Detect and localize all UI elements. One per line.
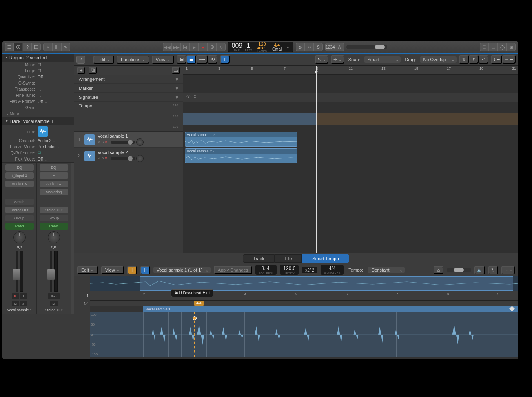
finetune-field[interactable] xyxy=(35,93,70,98)
eq-button[interactable]: EQ xyxy=(40,164,68,171)
view-menu[interactable]: View ⌄ xyxy=(152,56,175,64)
catch-button[interactable]: ↗ xyxy=(76,56,85,64)
quickhelp-button[interactable]: ? xyxy=(23,43,32,51)
track-pan-knob[interactable] xyxy=(136,155,144,162)
record-button[interactable]: ● xyxy=(199,43,208,51)
signature-badge[interactable]: 4/4 xyxy=(194,301,204,306)
play-button[interactable]: ▶ xyxy=(190,43,199,51)
tempo-track-header[interactable]: Tempo140120100 xyxy=(74,102,183,131)
tempo-region[interactable] xyxy=(183,113,316,125)
tab-file[interactable]: File xyxy=(275,254,302,263)
audiofx-slot[interactable]: Audio FX xyxy=(40,181,68,187)
transpose-field[interactable] xyxy=(35,87,70,91)
tab-track[interactable]: Track xyxy=(243,254,274,263)
smart-tempo-ruler[interactable]: 2 3 4 5 6 7 8 9 xyxy=(90,291,518,301)
scale-buttons[interactable]: x2/ 2 xyxy=(302,267,317,273)
loop-view-button[interactable]: ⟲ xyxy=(208,55,217,64)
mute-checkbox[interactable]: ☐ xyxy=(35,62,70,67)
stop-button[interactable]: |◀ xyxy=(181,43,190,51)
marker-track-header[interactable]: Marker⊕ xyxy=(74,84,183,93)
global-tracks-button[interactable]: ▭ xyxy=(172,67,180,74)
flexmode-select[interactable]: Off xyxy=(35,157,70,161)
audiofx-slot[interactable]: Audio FX xyxy=(5,181,34,187)
track-inspector-header[interactable]: ▸Track: Vocal sample 1 xyxy=(2,117,74,125)
capture-button[interactable] xyxy=(208,43,217,51)
lcd-display[interactable]: 009BAR 1BEAT 120ADAPTTEMPO 4/4Cmaj ⌄ xyxy=(228,42,294,52)
audio-region-2[interactable]: Vocal sample 2 xyxy=(185,148,297,163)
input-slot[interactable]: ◯ Input 1 xyxy=(5,172,34,179)
tempo-mode-select[interactable]: Constant xyxy=(368,267,405,273)
flexfollow-select[interactable]: Off xyxy=(35,99,70,104)
automation-button[interactable]: Read xyxy=(5,223,34,230)
drag-select[interactable]: No Overlap xyxy=(420,56,457,63)
volume-fader[interactable] xyxy=(16,251,18,292)
smart-tempo-button[interactable]: ♩* xyxy=(220,55,230,64)
library-button[interactable] xyxy=(5,43,14,51)
add-marker-button[interactable]: ⊕ xyxy=(175,85,178,91)
st-cycle-button[interactable]: ↻ xyxy=(488,266,498,274)
track-header-2[interactable]: 2 Vocal sample 2 MSRI xyxy=(74,148,183,164)
output-slot[interactable]: Stereo Out xyxy=(5,207,34,213)
solo-button[interactable]: S xyxy=(314,43,323,51)
list-editors-button[interactable] xyxy=(480,43,489,51)
st-view-menu[interactable]: View ⌄ xyxy=(101,266,124,274)
pan-knob[interactable] xyxy=(48,231,60,243)
st-hzoom-slider[interactable]: ↔ ━ xyxy=(501,266,515,274)
track-header-1[interactable]: 1 Vocal sample 1 MSRI xyxy=(74,132,183,148)
tempo-region-2[interactable] xyxy=(316,113,518,125)
loop-browser-button[interactable]: ◯ xyxy=(498,43,507,51)
freeze-select[interactable]: Pre Fader xyxy=(35,145,70,149)
waveform-zoom-button[interactable]: ⇅ xyxy=(459,55,469,64)
hzoom-slider[interactable]: ↔ ━ xyxy=(502,55,516,64)
add-signature-button[interactable]: ⊕ xyxy=(175,94,178,100)
group-slot[interactable]: Group xyxy=(40,215,68,221)
toolbar-button[interactable] xyxy=(32,43,41,51)
rewind-button[interactable]: ◀◀ xyxy=(163,43,172,51)
metronome-button[interactable] xyxy=(335,43,344,51)
region-select[interactable]: Vocal sample 1 (1 of 1) xyxy=(153,267,211,273)
duplicate-track-button[interactable]: ⧉ xyxy=(89,67,97,74)
more-disclosure[interactable]: ▸ More xyxy=(2,111,74,117)
output-slot[interactable]: Stereo Out xyxy=(40,207,68,213)
audio-region-1[interactable]: Vocal sample 1 xyxy=(185,132,297,147)
track-pan-knob[interactable] xyxy=(136,138,144,146)
sends-slot[interactable]: Sends xyxy=(5,198,34,205)
cycle-button[interactable]: ↻ xyxy=(217,43,226,51)
arrangement-track-header[interactable]: Arrangement⊕ xyxy=(74,75,183,84)
region-end-marker[interactable] xyxy=(509,306,515,312)
track-volume-slider[interactable] xyxy=(111,157,135,160)
st-speaker-button[interactable]: 🔈 xyxy=(474,266,485,274)
track-volume-slider[interactable] xyxy=(111,141,135,144)
bar-ruler[interactable]: 1 3 5 7 9 11 13 15 17 19 21 xyxy=(183,66,518,75)
tab-smart-tempo[interactable]: Smart Tempo xyxy=(302,254,349,263)
flex-view-button[interactable]: ⟿ xyxy=(196,55,208,64)
group-slot[interactable]: Group xyxy=(5,215,34,221)
secondary-tool-button[interactable]: ✛ ⌄ xyxy=(331,55,344,64)
link-button[interactable]: ⚭ xyxy=(40,172,68,179)
inspector-button[interactable] xyxy=(14,43,23,51)
autopunch-button[interactable]: ✂ xyxy=(305,43,314,51)
master-volume-slider[interactable] xyxy=(346,45,387,49)
functions-menu[interactable]: Functions ⌄ xyxy=(117,56,149,64)
qref-checkbox[interactable]: ☑ xyxy=(35,151,70,155)
track-icon-button[interactable] xyxy=(38,126,48,137)
st-tool-2[interactable]: ♩* xyxy=(140,266,150,274)
st-volume-slider[interactable] xyxy=(447,268,471,272)
st-metronome-button[interactable]: ⌂ xyxy=(434,266,443,274)
signature-track-header[interactable]: Signature⊕ xyxy=(74,93,183,102)
pan-knob[interactable] xyxy=(13,231,26,243)
edit-menu[interactable]: Edit ⌄ xyxy=(93,56,114,64)
mastering-slot[interactable]: Mastering xyxy=(40,189,68,195)
add-arrangement-button[interactable]: ⊕ xyxy=(175,76,178,82)
apply-changes-button[interactable]: Apply Changes xyxy=(214,266,253,274)
grid-view-button[interactable]: ⊞ xyxy=(177,55,186,64)
volume-fader[interactable] xyxy=(50,251,52,292)
hzoom-button[interactable]: ⇔ xyxy=(479,55,488,64)
smartcontrols-button[interactable]: ☀ xyxy=(43,43,52,51)
st-edit-menu[interactable]: Edit ⌄ xyxy=(77,266,98,274)
channel-select[interactable]: Audio 2 xyxy=(35,138,70,143)
vzoom-slider[interactable]: ↕ ━ xyxy=(491,55,502,64)
playhead[interactable] xyxy=(316,66,317,253)
notepad-button[interactable]: ▭ xyxy=(489,43,498,51)
loop-checkbox[interactable]: ☐ xyxy=(35,69,70,73)
